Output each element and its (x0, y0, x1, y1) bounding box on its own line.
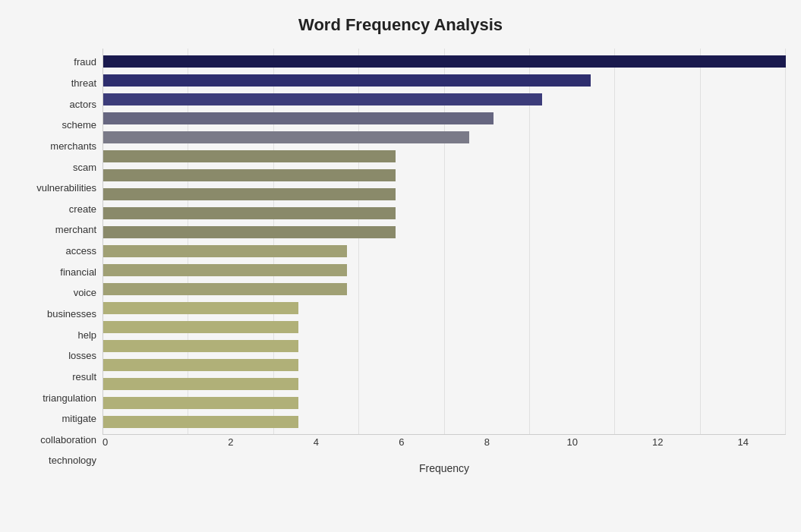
bar (103, 131, 469, 143)
x-tick: 2 (188, 436, 274, 459)
bar (103, 150, 396, 162)
bar (103, 169, 396, 181)
bar-row (103, 320, 786, 335)
y-label: scheme (61, 116, 96, 134)
y-label: mitigate (61, 410, 96, 428)
y-label: merchants (50, 137, 96, 155)
x-tick: 10 (530, 436, 616, 459)
x-axis-label: Frequency (102, 462, 786, 474)
x-tick: 14 (701, 436, 787, 459)
x-tick: 6 (359, 436, 445, 459)
bar (103, 416, 298, 428)
bar-row (103, 395, 786, 411)
bar-row (103, 92, 786, 107)
y-label: technology (49, 452, 96, 470)
x-tick: 4 (273, 436, 359, 459)
y-label: financial (60, 263, 96, 281)
bar (103, 359, 298, 371)
bar-row (103, 414, 786, 430)
bar-row (103, 301, 786, 316)
chart-area: fraudthreatactorsschememerchantsscamvuln… (15, 49, 786, 474)
y-label: vulnerabilities (36, 179, 96, 197)
x-tick: 8 (444, 436, 530, 459)
y-label: create (69, 200, 96, 218)
y-label: help (77, 326, 96, 344)
bar-row (103, 357, 786, 373)
y-label: actors (70, 95, 96, 113)
bar (103, 264, 347, 276)
bar (103, 340, 298, 352)
bar (103, 188, 396, 200)
y-label: result (72, 367, 96, 386)
bar (103, 74, 591, 87)
bar-row (103, 376, 786, 392)
bars-and-xaxis: 02468101214 Frequency (102, 49, 786, 474)
bar (103, 302, 298, 314)
bar (103, 321, 298, 333)
bar-row (103, 149, 786, 164)
bar (103, 93, 542, 105)
y-label: merchant (55, 221, 96, 239)
bars-wrapper (103, 49, 786, 434)
bar (103, 55, 786, 68)
y-label: losses (68, 347, 96, 365)
bars-area (102, 49, 786, 435)
bar-row (103, 225, 786, 240)
bar (103, 397, 298, 409)
bar-row (103, 54, 786, 69)
bar (103, 245, 347, 257)
y-label: voice (74, 284, 96, 302)
bar-row (103, 111, 786, 126)
bar-row (103, 130, 786, 145)
bar (103, 283, 347, 295)
bar (103, 112, 494, 124)
y-axis: fraudthreatactorsschememerchantsscamvuln… (15, 49, 102, 474)
bar-row (103, 338, 786, 354)
y-label: threat (71, 74, 96, 92)
bar-row (103, 263, 786, 278)
y-label: collaboration (40, 430, 96, 449)
x-axis: 02468101214 (102, 436, 786, 459)
bar-row (103, 282, 786, 297)
y-label: scam (73, 158, 96, 176)
bar (103, 207, 396, 219)
y-label: fraud (74, 53, 96, 71)
chart-container: Word Frequency Analysis fraudthreatactor… (0, 0, 801, 532)
x-tick: 12 (615, 436, 701, 459)
bar-row (103, 73, 786, 88)
bar (103, 378, 298, 390)
chart-title: Word Frequency Analysis (15, 15, 786, 35)
bar-row (103, 187, 786, 202)
bar-row (103, 168, 786, 183)
y-label: triangulation (43, 389, 96, 407)
y-label: access (66, 242, 96, 260)
bar-row (103, 206, 786, 221)
y-label: businesses (47, 305, 96, 323)
x-tick: 0 (102, 436, 188, 459)
bar-row (103, 244, 786, 259)
bar (103, 226, 396, 238)
